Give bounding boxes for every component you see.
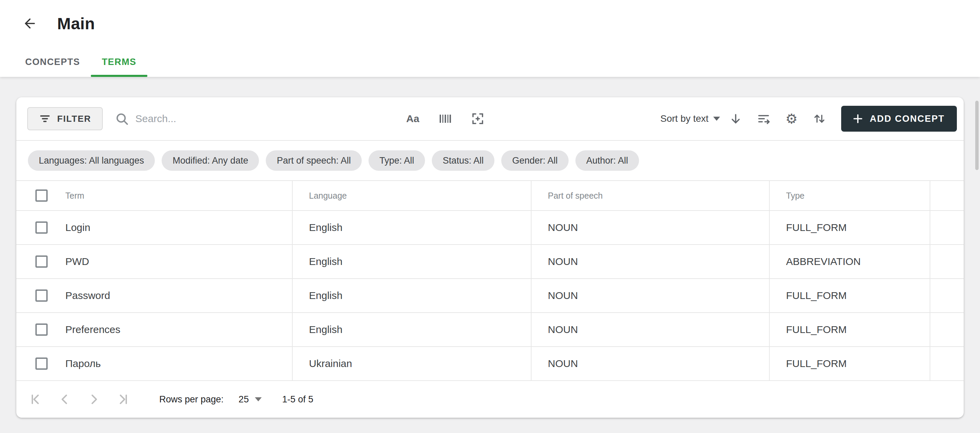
table-row[interactable]: Password English NOUN FULL_FORM <box>16 279 964 313</box>
filter-chip[interactable]: Languages: All languages <box>28 150 155 171</box>
language-cell: English <box>292 211 531 244</box>
match-case-icon[interactable]: Aa <box>406 113 419 124</box>
table-header-row: Term Language Part of speech Type <box>16 181 964 211</box>
tab-concepts[interactable]: CONCEPTS <box>14 47 91 77</box>
column-header-type[interactable]: Type <box>769 181 930 210</box>
filter-funnel-icon <box>39 113 51 125</box>
page-header: Main CONCEPTS TERMS <box>0 0 980 77</box>
term-cell: Пароль <box>60 347 292 380</box>
selection-frame-icon[interactable] <box>471 112 485 125</box>
filter-chips-row: Languages: All languagesModified: Any da… <box>16 141 964 181</box>
type-cell: FULL_FORM <box>769 211 930 244</box>
column-header-term[interactable]: Term <box>60 181 292 210</box>
table-row[interactable]: Preferences English NOUN FULL_FORM <box>16 313 964 347</box>
term-cell: Login <box>60 211 292 244</box>
sort-select-label: Sort by text <box>660 113 709 124</box>
filter-button-label: FILTER <box>57 114 91 124</box>
title-row: Main <box>0 0 980 47</box>
select-all-checkbox[interactable] <box>35 189 48 202</box>
sort-direction-icon[interactable] <box>730 113 742 125</box>
row-checkbox[interactable] <box>35 324 48 336</box>
rows-per-page-label: Rows per page: <box>159 394 224 405</box>
barcode-icon[interactable] <box>438 112 452 125</box>
extra-cell <box>930 245 964 278</box>
search-icon <box>115 112 129 125</box>
app-root: Main CONCEPTS TERMS FILTER Aa <box>0 0 980 433</box>
first-page-icon[interactable] <box>26 390 45 409</box>
part-of-speech-cell: NOUN <box>531 211 769 244</box>
toolbar: FILTER Aa Sort by <box>16 97 964 141</box>
row-checkbox[interactable] <box>35 255 48 268</box>
tab-terms[interactable]: TERMS <box>91 47 147 77</box>
column-header-extra <box>930 181 964 210</box>
row-checkbox[interactable] <box>35 357 48 370</box>
row-checkbox[interactable] <box>35 221 48 234</box>
table-row[interactable]: PWD English NOUN ABBREVIATION <box>16 245 964 279</box>
language-cell: English <box>292 279 531 312</box>
filter-chip[interactable]: Author: All <box>576 150 639 171</box>
plus-icon <box>853 114 862 123</box>
type-cell: FULL_FORM <box>769 279 930 312</box>
term-cell: Password <box>60 279 292 312</box>
tab-bar: CONCEPTS TERMS <box>0 47 980 77</box>
content-area: FILTER Aa Sort by <box>0 77 980 433</box>
filter-button[interactable]: FILTER <box>27 107 103 130</box>
extra-cell <box>930 211 964 244</box>
chevron-down-icon <box>255 397 262 401</box>
part-of-speech-cell: NOUN <box>531 347 769 380</box>
chevron-down-icon <box>713 117 720 121</box>
column-header-language[interactable]: Language <box>292 181 531 210</box>
terms-card: FILTER Aa Sort by <box>16 97 964 418</box>
extra-cell <box>930 347 964 380</box>
pagination-range: 1-5 of 5 <box>282 394 313 405</box>
part-of-speech-cell: NOUN <box>531 245 769 278</box>
part-of-speech-cell: NOUN <box>531 279 769 312</box>
page-title: Main <box>57 14 95 33</box>
language-cell: Ukrainian <box>292 347 531 380</box>
next-page-icon[interactable] <box>84 390 103 409</box>
filter-chip[interactable]: Gender: All <box>501 150 569 171</box>
type-cell: FULL_FORM <box>769 347 930 380</box>
back-button[interactable] <box>16 10 43 37</box>
table-row[interactable]: Login English NOUN FULL_FORM <box>16 211 964 245</box>
rows-per-page-select[interactable]: 25 <box>239 394 262 405</box>
term-cell: Preferences <box>60 313 292 346</box>
last-page-icon[interactable] <box>114 390 133 409</box>
swap-vertical-icon[interactable] <box>813 112 826 125</box>
filter-chip[interactable]: Part of speech: All <box>266 150 362 171</box>
gear-icon[interactable]: ⚙ <box>785 112 798 125</box>
type-cell: ABBREVIATION <box>769 245 930 278</box>
previous-page-icon[interactable] <box>55 390 74 409</box>
table-body: Login English NOUN FULL_FORM PWD English… <box>16 211 964 381</box>
add-concept-button[interactable]: ADD CONCEPT <box>841 106 957 132</box>
type-cell: FULL_FORM <box>769 313 930 346</box>
search-box[interactable] <box>115 112 387 125</box>
sort-select[interactable]: Sort by text <box>660 113 721 124</box>
row-checkbox[interactable] <box>35 289 48 302</box>
rows-per-page-value: 25 <box>239 394 249 405</box>
filter-chip[interactable]: Status: All <box>432 150 495 171</box>
extra-cell <box>930 313 964 346</box>
page-scrollbar[interactable] <box>975 101 978 170</box>
language-cell: English <box>292 313 531 346</box>
term-cell: PWD <box>60 245 292 278</box>
add-concept-label: ADD CONCEPT <box>870 114 945 124</box>
language-cell: English <box>292 245 531 278</box>
column-header-part-of-speech[interactable]: Part of speech <box>531 181 769 210</box>
table-row[interactable]: Пароль Ukrainian NOUN FULL_FORM <box>16 347 964 381</box>
pagination-bar: Rows per page: 25 1-5 of 5 <box>16 381 964 418</box>
search-option-icons: Aa <box>406 112 485 125</box>
toolbar-right: Sort by text ⚙ ADD CONCEP <box>660 106 957 132</box>
flat-view-icon[interactable] <box>757 112 770 125</box>
arrow-left-icon <box>22 16 37 31</box>
extra-cell <box>930 279 964 312</box>
filter-chip[interactable]: Type: All <box>369 150 425 171</box>
search-input[interactable] <box>135 113 387 124</box>
filter-chip[interactable]: Modified: Any date <box>162 150 259 171</box>
part-of-speech-cell: NOUN <box>531 313 769 346</box>
